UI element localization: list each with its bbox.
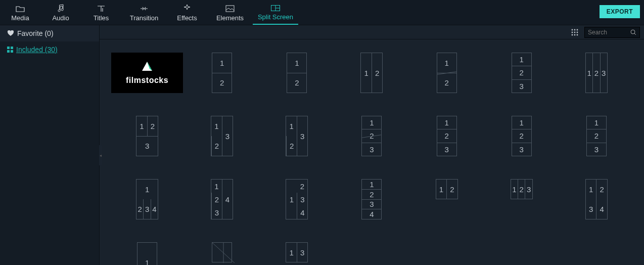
svg-rect-5: [11, 47, 13, 49]
split-template[interactable]: 123: [437, 116, 457, 156]
tab-titles[interactable]: Titles: [81, 5, 121, 25]
tab-label: Media: [11, 14, 29, 22]
split-template[interactable]: 1234: [361, 179, 382, 219]
split-template[interactable]: 1234: [585, 179, 608, 219]
split-template[interactable]: 123: [361, 116, 382, 156]
svg-point-11: [572, 31, 573, 33]
split-template[interactable]: 1: [137, 242, 157, 265]
svg-line-18: [634, 33, 636, 35]
split-template[interactable]: 1234: [286, 179, 308, 219]
tab-label: Split Screen: [258, 13, 293, 21]
tab-elements[interactable]: Elements: [207, 5, 253, 25]
tab-audio[interactable]: Audio: [40, 4, 81, 25]
split-template[interactable]: 123: [286, 116, 308, 156]
split-template[interactable]: 12: [360, 53, 383, 93]
svg-point-13: [577, 31, 578, 33]
split-template[interactable]: 12: [212, 53, 232, 93]
sidebar-collapse-handle[interactable]: ◂: [99, 145, 102, 165]
split-template[interactable]: 123: [211, 116, 233, 156]
svg-point-14: [572, 34, 573, 35]
svg-point-12: [574, 31, 576, 33]
search-box: [584, 27, 640, 38]
view-grid-icon[interactable]: [571, 29, 578, 36]
sidebar-label: Included (30): [16, 46, 58, 54]
splitscreen-icon: [271, 5, 280, 11]
sparkle-icon: [183, 4, 191, 12]
split-template[interactable]: [212, 242, 232, 262]
split-template[interactable]: 12: [437, 53, 457, 93]
svg-point-16: [577, 34, 578, 35]
template-grid: filmstocks 12121212123123123123123123123…: [100, 39, 644, 265]
search-input[interactable]: [588, 29, 630, 36]
transition-icon: [140, 5, 149, 12]
split-template[interactable]: 123: [585, 53, 608, 93]
split-template[interactable]: 1234: [211, 179, 233, 219]
picture-icon: [225, 5, 235, 12]
tab-splitscreen[interactable]: Split Screen: [253, 5, 298, 25]
svg-point-10: [577, 29, 578, 30]
tab-label: Effects: [177, 14, 197, 22]
split-template[interactable]: 123: [512, 53, 532, 93]
svg-point-9: [574, 29, 576, 30]
search-icon[interactable]: [630, 29, 636, 35]
split-template[interactable]: 12: [436, 179, 458, 199]
heart-icon: [7, 30, 14, 36]
svg-point-15: [574, 34, 576, 35]
text-icon: [97, 5, 105, 12]
grid-icon: [7, 47, 13, 53]
split-template[interactable]: 123: [512, 116, 532, 156]
tab-effects[interactable]: Effects: [167, 4, 207, 25]
split-template[interactable]: 12: [287, 53, 307, 93]
tab-label: Transition: [130, 14, 159, 22]
split-template[interactable]: 123: [136, 116, 158, 156]
sidebar-label: Favorite (0): [17, 29, 54, 37]
split-template[interactable]: 123: [511, 179, 533, 199]
top-tabs: Media Audio Titles Transition Effects El…: [0, 0, 644, 25]
main-panel: filmstocks 12121212123123123123123123123…: [100, 25, 644, 265]
split-template[interactable]: 13: [286, 242, 308, 262]
folder-icon: [16, 5, 25, 12]
sidebar-item-favorite[interactable]: Favorite (0): [0, 25, 99, 41]
tab-transition[interactable]: Transition: [121, 5, 167, 25]
tab-label: Elements: [216, 14, 244, 22]
content-toolbar: [100, 25, 644, 39]
export-button[interactable]: EXPORT: [600, 5, 640, 18]
split-template[interactable]: 1234: [136, 179, 158, 219]
svg-point-17: [631, 30, 635, 34]
svg-point-8: [572, 29, 573, 30]
tab-label: Audio: [52, 14, 69, 22]
svg-rect-0: [226, 6, 234, 12]
filmstocks-name: filmstocks: [126, 76, 168, 85]
svg-rect-6: [7, 50, 10, 53]
tab-media[interactable]: Media: [0, 5, 40, 25]
music-icon: [57, 4, 64, 12]
sidebar: Favorite (0) Included (30) ◂: [0, 25, 100, 265]
filmstocks-promo[interactable]: filmstocks: [111, 53, 183, 93]
filmstocks-logo-icon: [140, 61, 154, 73]
svg-rect-4: [7, 47, 10, 49]
svg-rect-7: [11, 50, 13, 53]
split-template[interactable]: 123: [586, 116, 607, 156]
sidebar-item-included[interactable]: Included (30): [0, 41, 99, 58]
tab-label: Titles: [94, 14, 109, 22]
